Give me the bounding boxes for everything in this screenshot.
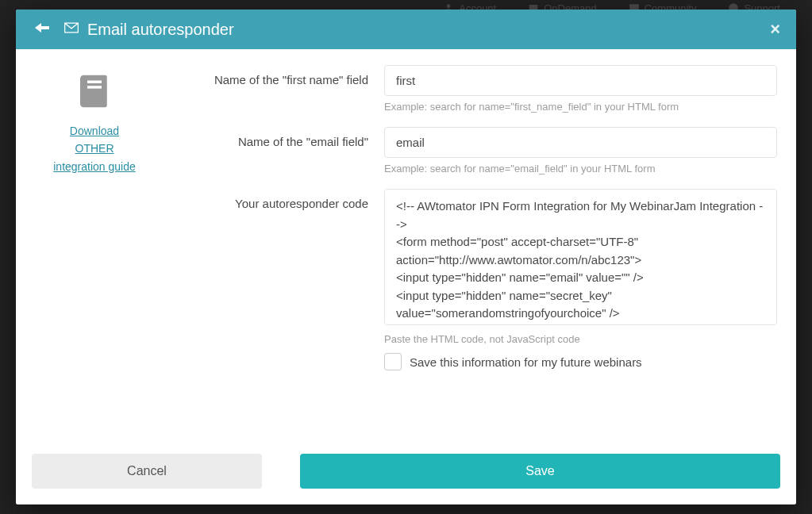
save-future-checkbox[interactable] bbox=[384, 353, 402, 370]
autoresponder-code-help: Paste the HTML code, not JavaScript code bbox=[384, 333, 777, 345]
modal-title: Email autoresponder bbox=[87, 21, 234, 39]
modal: Email autoresponder × Download OTHER int… bbox=[16, 10, 796, 504]
first-name-field-input[interactable] bbox=[384, 65, 777, 96]
modal-footer: Cancel Save bbox=[16, 443, 796, 504]
first-name-help: Example: search for name="first_name_fie… bbox=[384, 101, 777, 113]
cancel-button[interactable]: Cancel bbox=[32, 454, 262, 489]
dl-link-line3: integration guide bbox=[53, 160, 136, 173]
modal-header: Email autoresponder × bbox=[16, 10, 796, 49]
back-icon[interactable] bbox=[32, 19, 52, 40]
email-field-label: Name of the "email field" bbox=[162, 127, 384, 148]
book-icon bbox=[35, 70, 154, 116]
svg-point-0 bbox=[447, 4, 451, 8]
svg-rect-4 bbox=[87, 86, 102, 88]
guide-sidebar: Download OTHER integration guide bbox=[35, 65, 154, 435]
form: Name of the "first name" field Example: … bbox=[162, 65, 777, 435]
modal-body: Download OTHER integration guide Name of… bbox=[16, 49, 796, 443]
email-field-input[interactable] bbox=[384, 127, 777, 158]
email-help: Example: search for name="email_field" i… bbox=[384, 163, 777, 175]
save-button[interactable]: Save bbox=[300, 454, 780, 489]
download-integration-guide-link[interactable]: Download OTHER integration guide bbox=[35, 122, 154, 175]
envelope-icon bbox=[63, 20, 79, 40]
svg-rect-3 bbox=[87, 81, 102, 83]
close-icon[interactable]: × bbox=[770, 21, 780, 38]
dl-link-line2: OTHER bbox=[75, 142, 114, 155]
save-future-label: Save this information for my future webi… bbox=[410, 355, 642, 369]
dl-link-line1: Download bbox=[70, 125, 119, 137]
autoresponder-code-textarea[interactable] bbox=[384, 189, 777, 325]
autoresponder-code-label: Your autoresponder code bbox=[162, 189, 384, 210]
first-name-field-label: Name of the "first name" field bbox=[162, 65, 384, 86]
